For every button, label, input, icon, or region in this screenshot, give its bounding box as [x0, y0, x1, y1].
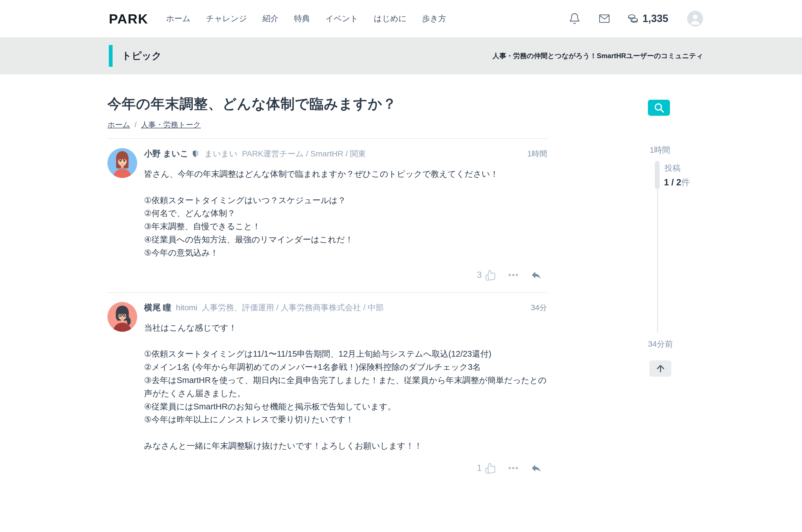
staff-shield-icon [191, 150, 200, 158]
author-meta: PARK運営チーム / SmartHR / 関東 [242, 148, 366, 159]
count-total: 2 [676, 177, 681, 187]
post-timestamp[interactable]: 1時間 [527, 149, 547, 159]
notification-bell-icon[interactable] [569, 13, 580, 25]
more-options-icon[interactable] [508, 269, 519, 281]
like-count: 3 [477, 270, 482, 280]
section-title: トピック [122, 49, 161, 62]
post-actions: 1 [144, 462, 547, 474]
more-options-icon[interactable] [508, 462, 519, 474]
author-handle: hitomi [176, 303, 197, 312]
reply-icon[interactable] [531, 269, 542, 281]
search-button[interactable] [648, 100, 670, 116]
timeline-top-time: 1時間 [650, 145, 670, 155]
breadcrumb: ホーム / 人事・労務トーク [108, 120, 547, 139]
accent-bar [109, 45, 113, 67]
nav-intro[interactable]: 紹介 [262, 13, 279, 24]
scroll-to-top-button[interactable] [649, 360, 671, 377]
nav-guide[interactable]: 歩き方 [422, 13, 446, 24]
topic-band: トピック 人事・労務の仲間とつながろう！SmartHRユーザーのコミュニティ [0, 37, 802, 75]
messages-mail-icon[interactable] [598, 13, 610, 25]
like-count: 1 [477, 463, 482, 473]
nav-benefits[interactable]: 特典 [294, 13, 310, 24]
author-name[interactable]: 横尾 瞳 [144, 302, 171, 314]
like-button[interactable]: 3 [477, 269, 496, 281]
count-unit: 件 [681, 177, 690, 187]
app-header: PARK ホーム チャレンジ 紹介 特典 イベント はじめに 歩き方 [0, 0, 802, 37]
coin-icon [627, 13, 639, 25]
post-author-avatar[interactable] [108, 148, 137, 178]
main-area: 今年の年末調整、どんな体制で臨みますか？ ホーム / 人事・労務トーク [0, 75, 802, 485]
reply-icon[interactable] [531, 462, 542, 474]
count-current: 1 [664, 177, 669, 187]
community-tagline: 人事・労務の仲間とつながろう！SmartHRユーザーのコミュニティ [492, 51, 703, 60]
timeline-post-count: 1 / 2件 [664, 176, 690, 189]
topic-title: 今年の年末調整、どんな体制で臨みますか？ [108, 95, 547, 113]
coin-count: 1,335 [643, 13, 668, 25]
header-actions: 1,335 [551, 11, 703, 27]
breadcrumb-home-link[interactable]: ホーム [108, 120, 130, 129]
points-counter[interactable]: 1,335 [627, 13, 668, 25]
thumbs-up-icon [484, 461, 497, 474]
post-1: 小野 まいこ まいまい PARK運営チーム / SmartHR / 関東 1時間… [108, 139, 547, 292]
count-separator: / [669, 177, 676, 187]
breadcrumb-category-link[interactable]: 人事・労務トーク [141, 120, 201, 129]
timeline-scrubber-handle[interactable] [655, 161, 660, 189]
author-name[interactable]: 小野 まいこ [144, 148, 189, 159]
post-2: 横尾 瞳 hitomi 人事労務、評価運用 / 人事労務商事株式会社 / 中部 … [108, 292, 547, 485]
post-actions: 3 [144, 269, 547, 281]
post-message: 当社はこんな感じです！ ①依頼スタートタイミングは11/1〜11/15申告期間、… [144, 321, 547, 453]
post-header: 横尾 瞳 hitomi 人事労務、評価運用 / 人事労務商事株式会社 / 中部 … [144, 302, 547, 314]
nav-home[interactable]: ホーム [166, 13, 190, 24]
park-logo[interactable]: PARK [109, 11, 148, 27]
like-button[interactable]: 1 [477, 462, 496, 474]
post-message: 皆さん、今年の年末調整はどんな体制で臨まれますか？ぜひこのトピックで教えてくださ… [144, 168, 547, 260]
author-handle: まいまい [205, 148, 237, 159]
user-avatar[interactable] [687, 11, 703, 27]
main-nav: ホーム チャレンジ 紹介 特典 イベント はじめに 歩き方 [166, 13, 446, 24]
post-header: 小野 まいこ まいまい PARK運営チーム / SmartHR / 関東 1時間 [144, 148, 547, 159]
post-author-avatar[interactable] [108, 302, 137, 332]
breadcrumb-separator: / [134, 120, 136, 129]
nav-challenge[interactable]: チャレンジ [206, 13, 247, 24]
timeline-bottom-time: 34分前 [648, 339, 673, 349]
post-timestamp[interactable]: 34分 [531, 303, 547, 313]
thumbs-up-icon [484, 268, 497, 281]
search-icon [653, 102, 665, 113]
arrow-up-icon [655, 363, 666, 374]
author-meta: 人事労務、評価運用 / 人事労務商事株式会社 / 中部 [202, 302, 384, 313]
nav-getting-started[interactable]: はじめに [374, 13, 407, 24]
nav-events[interactable]: イベント [325, 13, 358, 24]
timeline-posts-label: 投稿 [665, 163, 681, 174]
